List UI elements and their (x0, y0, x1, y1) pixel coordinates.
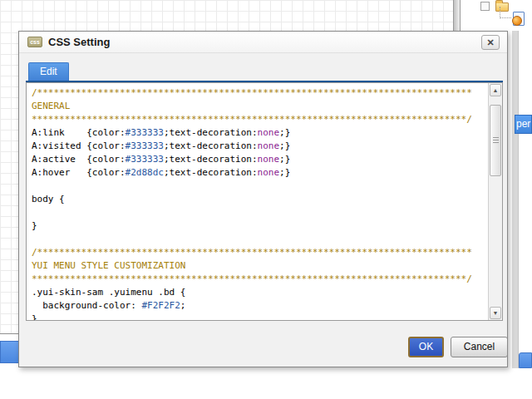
code-line: ****************************************… (32, 113, 486, 126)
code-line: GENERAL (32, 100, 486, 113)
scroll-down-icon[interactable]: ▼ (490, 307, 501, 319)
code-line: A:active {color:#333333;text-decoration:… (32, 153, 486, 166)
cancel-button[interactable]: Cancel (451, 337, 508, 357)
tree-connector-line (500, 7, 511, 18)
clipped-blue-button[interactable]: per (515, 115, 532, 134)
editor-scrollbar[interactable]: ▲ ▼ (488, 83, 502, 320)
code-line: A:visited {color:#333333;text-decoration… (32, 140, 486, 153)
dialog-titlebar: css CSS Setting ✕ (19, 32, 507, 53)
scroll-up-icon[interactable]: ▲ (490, 84, 501, 96)
code-line: ****************************************… (32, 273, 486, 286)
code-line: .yui-skin-sam .yuimenu .bd { (32, 286, 486, 299)
tree-checkbox[interactable] (480, 2, 490, 11)
ok-button[interactable]: OK (408, 337, 444, 357)
css-file-icon: css (27, 37, 42, 47)
panel-divider (453, 0, 461, 31)
code-line (32, 233, 486, 246)
scrollbar-grip-icon (493, 137, 499, 143)
code-line: /***************************************… (32, 246, 486, 259)
tab-edit[interactable]: Edit (28, 62, 69, 81)
document-icon[interactable] (513, 12, 525, 26)
code-line: A:link {color:#333333;text-decoration:no… (32, 126, 486, 140)
panel-scrollbar-strip (512, 31, 519, 368)
code-line: YUI MENU STYLE CUSTOMIZATION (32, 259, 486, 273)
css-setting-dialog: css CSS Setting ✕ Edit /****************… (18, 31, 508, 367)
code-line: } (32, 219, 486, 233)
code-line: background-color: #F2F2F2; (32, 299, 486, 313)
tree-panel (461, 0, 532, 31)
code-line: /***************************************… (32, 86, 486, 100)
scrollbar-thumb[interactable] (490, 105, 501, 176)
close-icon[interactable]: ✕ (481, 35, 500, 50)
dialog-title: CSS Setting (48, 36, 110, 48)
code-line (32, 206, 486, 219)
code-line: } (32, 313, 486, 320)
code-line: body { (32, 193, 486, 206)
code-line: A:hover {color:#2d88dc;text-decoration:n… (32, 166, 486, 180)
background-blue-button-fragment-bottom[interactable] (519, 352, 532, 368)
code-area[interactable]: /***************************************… (27, 83, 488, 320)
code-line (32, 180, 486, 193)
css-code-editor[interactable]: /***************************************… (26, 82, 503, 321)
